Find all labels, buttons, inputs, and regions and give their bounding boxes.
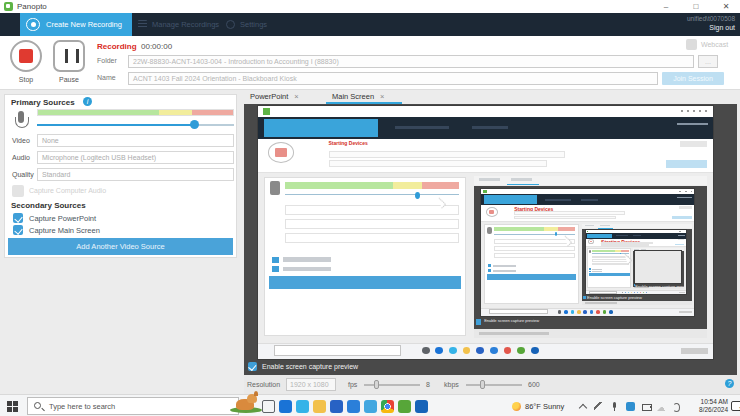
nested-taskbar-icon (571, 310, 575, 313)
nested-user-text (677, 197, 692, 198)
weather-text[interactable]: 86°F Sunny (525, 402, 564, 411)
tab-powerpoint-label: PowerPoint (250, 92, 288, 101)
enable-preview-option[interactable]: Enable screen capture preview (248, 361, 548, 373)
nested-resolution-row (633, 287, 684, 289)
capture-powerpoint-checkbox[interactable] (13, 213, 23, 223)
fps-slider-handle[interactable] (374, 380, 379, 389)
maximize-button[interactable]: □ (685, 0, 707, 13)
taskbar-icon-cortana[interactable] (364, 400, 377, 413)
tray-battery-icon[interactable] (642, 402, 651, 411)
kbps-label: kbps (444, 381, 459, 388)
computer-audio-label: Capture Computer Audio (29, 187, 106, 194)
nested-taskbar-icon (422, 347, 430, 354)
folder-browse-button[interactable]: ... (698, 55, 718, 68)
folder-select[interactable]: 22W-88830-ACNT-1403-004 - Introduction t… (128, 55, 694, 68)
nested-checkbox-label (592, 271, 602, 272)
tray-hook-icon[interactable] (671, 402, 680, 411)
tray-cast-icon[interactable] (626, 402, 635, 411)
capture-main-screen-checkbox[interactable] (13, 225, 23, 235)
add-video-source-button[interactable]: Add Another Video Source (8, 238, 233, 255)
webcast-option[interactable]: Webcast (686, 39, 736, 50)
kbps-slider-handle[interactable] (480, 380, 485, 389)
tab-close-icon[interactable]: × (294, 92, 298, 101)
taskbar-icon-chrome[interactable] (381, 400, 394, 413)
volume-slider-track[interactable] (37, 124, 234, 126)
resolution-select[interactable]: 1920 x 1080 (286, 378, 336, 391)
taskbar-icon-outlook[interactable] (415, 400, 428, 413)
join-session-button[interactable]: Join Session (662, 72, 724, 85)
fps-slider-track[interactable] (364, 384, 420, 386)
tab-powerpoint[interactable]: PowerPoint× (250, 90, 299, 104)
window-title: Panopto (17, 2, 47, 11)
nested-checkbox-label (592, 269, 602, 270)
nested-desktop-level-2: Starting DevicesStarting DevicesEnable s… (481, 189, 694, 316)
taskbar-icon-edge[interactable] (296, 400, 309, 413)
quality-select[interactable]: Standard (37, 168, 234, 181)
nav-bar: Create New Recording Manage Recordings S… (0, 13, 740, 36)
enable-preview-checkbox[interactable] (248, 362, 257, 371)
taskbar-icon-photos[interactable] (347, 400, 360, 413)
nested-nav-item (472, 126, 508, 129)
nested-audio-field (494, 246, 575, 251)
nested-checkbox-label (283, 257, 331, 261)
nested-webcast-icon (678, 239, 684, 240)
nav-manage-recordings[interactable]: Manage Recordings (152, 13, 219, 36)
notification-center-icon[interactable]: 1 (731, 401, 740, 411)
info-icon[interactable]: i (83, 97, 92, 106)
nested-window-controls (681, 110, 708, 112)
tray-chevron-icon[interactable] (578, 402, 587, 411)
nested-add-button (487, 274, 576, 280)
nested-resolution-text (479, 332, 549, 334)
nested-tabs (582, 224, 691, 229)
nested-taskbar-icon (490, 347, 498, 354)
stop-button[interactable] (10, 40, 42, 72)
taskbar-clock[interactable]: 10:54 AM 8/26/2024 (684, 398, 728, 414)
sign-out-link[interactable]: Sign out (709, 24, 735, 31)
video-source-select[interactable]: None (37, 134, 234, 147)
weather-sun-icon[interactable] (512, 402, 521, 411)
nested-checkbox-label (493, 265, 515, 267)
nested-resolution-row (474, 329, 707, 338)
close-button[interactable]: ✕ (715, 0, 737, 13)
tray-pen-icon[interactable] (594, 402, 603, 411)
nested-nav-bar (258, 117, 713, 139)
start-button[interactable] (7, 401, 18, 412)
nested-checkbox (488, 269, 491, 272)
nested-preview-area: Enable screen capture preview (633, 251, 684, 287)
nested-enable-label: Enable screen capture preview (484, 318, 539, 323)
search-doodle-dog[interactable] (228, 390, 264, 415)
folder-label: Folder (97, 57, 117, 64)
nested-app-icon (263, 108, 270, 114)
nested-tab-label (600, 225, 610, 226)
nested-user-text (677, 123, 709, 126)
webcast-icon (686, 39, 697, 50)
nested-search-box (589, 291, 617, 293)
nested-nav-item (633, 235, 641, 236)
nested-join-button (672, 216, 691, 220)
nav-create-new-recording[interactable]: Create New Recording (20, 13, 132, 36)
taskbar-icon-file-explorer[interactable] (313, 400, 326, 413)
pause-button[interactable] (53, 40, 85, 72)
tray-network-icon[interactable] (657, 402, 666, 411)
nav-settings[interactable]: Settings (240, 13, 267, 36)
nested-add-button (589, 273, 630, 276)
nested-video-field (494, 239, 575, 244)
taskbar-icon-panopto-recorder[interactable] (398, 400, 411, 413)
nested-taskbar-icon (517, 347, 525, 354)
tab-close-icon[interactable]: × (380, 92, 384, 101)
minimize-button[interactable]: – (655, 0, 677, 13)
nested-webcast-icon (680, 141, 707, 147)
nested-checkbox-label (493, 270, 515, 272)
nested-title-bar (258, 106, 713, 117)
windows-taskbar: Type here to search 86°F Sunny 10:54 AM … (0, 394, 740, 416)
taskbar-icon-store[interactable] (330, 400, 343, 413)
panopto-logo-icon (4, 2, 13, 11)
tray-microphone-icon[interactable] (610, 402, 619, 411)
help-icon[interactable]: ? (725, 379, 734, 388)
taskbar-icon-mail[interactable] (279, 400, 292, 413)
taskbar-search-input[interactable]: Type here to search (27, 397, 239, 415)
volume-slider-handle[interactable] (190, 120, 199, 129)
audio-source-select[interactable]: Microphone (Logitech USB Headset) (37, 151, 234, 164)
kbps-slider-track[interactable] (466, 384, 522, 386)
session-name-input[interactable]: ACNT 1403 Fall 2024 Orientation - Blackb… (128, 72, 658, 85)
